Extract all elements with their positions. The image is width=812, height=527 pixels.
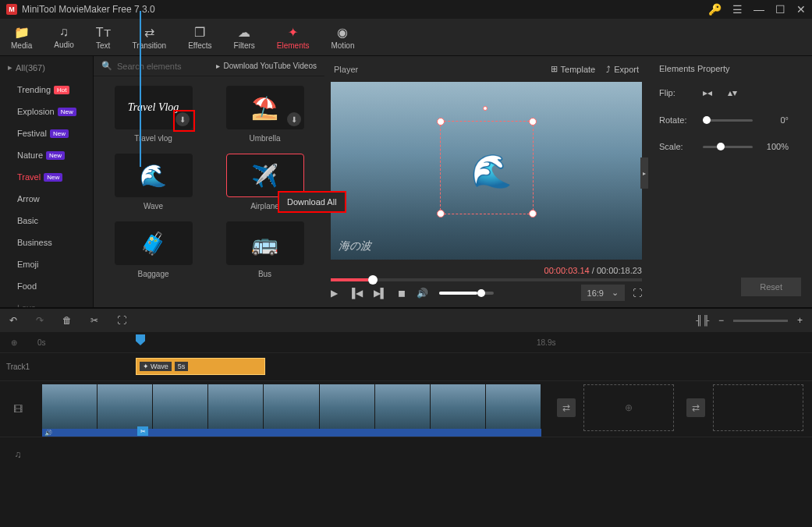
video-clip[interactable] xyxy=(42,384,541,431)
crop-button[interactable]: ⛶ xyxy=(117,315,126,326)
swap-button[interactable]: ⇄ xyxy=(686,398,705,417)
resize-handle[interactable] xyxy=(529,118,537,126)
prev-frame-button[interactable]: ▐◀ xyxy=(349,288,363,299)
sidebar-item-love[interactable]: Love xyxy=(0,297,93,307)
scrubber-progress xyxy=(331,278,368,281)
video-preview[interactable]: 🌊 海の波 xyxy=(331,82,642,260)
aspect-ratio-select[interactable]: 16:9⌄ xyxy=(581,285,625,301)
track-row-video[interactable]: 🎞 🔊 ✂ ⇄ ⊕ ⇄ xyxy=(0,380,812,437)
menu-icon[interactable]: ☰ xyxy=(732,3,743,16)
split-button[interactable]: ✂ xyxy=(90,315,98,326)
player-title: Player xyxy=(334,65,358,74)
sidebar-item-nature[interactable]: NatureNew xyxy=(0,144,93,166)
expand-tab[interactable]: ▸ xyxy=(640,157,648,189)
element-card-travel-vlog[interactable]: Travel Vlog ⬇ Travel vlog xyxy=(103,86,204,143)
search-input[interactable]: 🔍Search elements xyxy=(101,61,182,71)
scale-label: Scale: xyxy=(659,142,693,151)
redo-button[interactable]: ↷ xyxy=(36,315,44,326)
drop-zone[interactable]: ⊕ xyxy=(583,384,674,431)
elements-panel: 🔍Search elements ▸Download YouTube Video… xyxy=(94,56,324,307)
template-button[interactable]: ⊞Template xyxy=(551,64,596,74)
next-frame-button[interactable]: ▶▌ xyxy=(374,288,388,299)
rotate-label: Rotate: xyxy=(659,115,693,125)
playhead-line xyxy=(140,11,141,167)
sidebar-item-arrow[interactable]: Arrow xyxy=(0,188,93,210)
tab-media[interactable]: 📁Media xyxy=(0,19,43,55)
sidebar-all-item[interactable]: ▸All(367) xyxy=(0,56,93,79)
volume-slider[interactable] xyxy=(439,292,494,295)
sidebar-item-explosion[interactable]: ExplosionNew xyxy=(0,101,93,122)
volume-icon[interactable]: 🔊 xyxy=(417,288,428,299)
player-panel: Player ⊞Template ⤴Export 🌊 海の波 00:00:03.… xyxy=(324,56,648,307)
download-all-menu-item[interactable]: Download All xyxy=(278,191,346,213)
filters-icon: ☁ xyxy=(238,25,250,40)
reset-button[interactable]: Reset xyxy=(741,278,801,296)
sidebar-item-trending[interactable]: TrendingHot xyxy=(0,79,93,101)
track-label: Track1 xyxy=(0,363,36,371)
time-display: 00:00:03.14 / 00:00:18.23 xyxy=(331,263,642,278)
track-row-audio[interactable]: ♫ xyxy=(0,437,812,471)
watermark-text: 海の波 xyxy=(339,239,371,253)
stop-button[interactable]: ◼ xyxy=(398,288,406,299)
download-youtube-link[interactable]: ▸Download YouTube Videos xyxy=(216,62,317,70)
scrubber[interactable] xyxy=(331,278,642,281)
fit-button[interactable]: ╢╟ xyxy=(696,315,709,326)
tab-elements[interactable]: ✦Elements xyxy=(266,19,321,55)
resize-handle[interactable] xyxy=(529,210,537,218)
sidebar-item-festival[interactable]: FestivalNew xyxy=(0,122,93,144)
sidebar-item-food[interactable]: Food xyxy=(0,275,93,297)
zoom-out-button[interactable]: − xyxy=(718,315,724,326)
undo-button[interactable]: ↶ xyxy=(9,315,17,326)
drop-zone[interactable] xyxy=(713,384,803,431)
star-icon: ✦ xyxy=(143,363,149,370)
rotate-slider[interactable] xyxy=(703,119,753,122)
effects-icon: ❐ xyxy=(194,25,205,40)
element-card-wave[interactable]: 🌊 Wave xyxy=(103,154,204,210)
element-card-umbrella[interactable]: ⛱️⬇ Umbrella xyxy=(215,86,315,143)
sidebar-item-basic[interactable]: Basic xyxy=(0,210,93,232)
scale-slider[interactable] xyxy=(703,146,753,148)
play-button[interactable]: ▶ xyxy=(331,288,338,299)
zoom-in-button[interactable]: + xyxy=(797,315,803,326)
add-track-icon[interactable]: ⊕ xyxy=(11,338,17,347)
scrubber-handle[interactable] xyxy=(368,275,378,285)
download-icon[interactable]: ⬇ xyxy=(287,112,301,126)
resize-handle[interactable] xyxy=(437,210,445,218)
maximize-button[interactable]: ☐ xyxy=(775,3,785,16)
timeline-ruler[interactable]: ⊕ 0s 18.9s xyxy=(0,332,812,352)
category-sidebar: ▸All(367) TrendingHot ExplosionNew Festi… xyxy=(0,56,94,307)
track-row-elements[interactable]: Track1 ✦Wave 5s xyxy=(0,352,812,380)
sidebar-item-emoji[interactable]: Emoji xyxy=(0,253,93,275)
fullscreen-button[interactable]: ⛶ xyxy=(633,288,642,299)
element-card-baggage[interactable]: 🧳 Baggage xyxy=(103,221,204,278)
transition-icon: ⇄ xyxy=(144,25,154,40)
tab-audio[interactable]: ♫Audio xyxy=(43,19,85,55)
sidebar-item-travel[interactable]: TravelNew xyxy=(0,166,93,188)
video-track-icon: 🎞 xyxy=(0,404,36,415)
tab-filters[interactable]: ☁Filters xyxy=(223,19,266,55)
minimize-button[interactable]: — xyxy=(753,3,764,16)
new-badge: New xyxy=(50,129,69,138)
delete-button[interactable]: 🗑 xyxy=(62,315,72,326)
sidebar-item-business[interactable]: Business xyxy=(0,232,93,253)
playhead[interactable] xyxy=(136,334,145,345)
tab-effects[interactable]: ❐Effects xyxy=(177,19,222,55)
upgrade-key-icon[interactable]: 🔑 xyxy=(708,3,722,16)
folder-icon: 📁 xyxy=(14,25,30,40)
resize-handle[interactable] xyxy=(437,118,445,126)
app-title: MiniTool MovieMaker Free 7.3.0 xyxy=(22,4,155,15)
swap-button[interactable]: ⇄ xyxy=(557,398,576,417)
export-button[interactable]: ⤴Export xyxy=(606,64,639,74)
audio-waveform[interactable]: 🔊 xyxy=(42,429,541,437)
tab-motion[interactable]: ◉Motion xyxy=(320,19,365,55)
rotate-handle[interactable] xyxy=(483,106,488,111)
flip-vertical-button[interactable]: ▴▾ xyxy=(728,87,737,98)
element-card-bus[interactable]: 🚌 Bus xyxy=(215,221,315,278)
selection-box[interactable] xyxy=(440,121,534,214)
zoom-slider[interactable] xyxy=(733,320,788,322)
close-button[interactable]: ✕ xyxy=(796,3,806,16)
tab-transition[interactable]: ⇄Transition xyxy=(122,19,178,55)
flip-horizontal-button[interactable]: ▸◂ xyxy=(703,87,712,98)
tab-text[interactable]: TᴛText xyxy=(85,19,122,55)
element-clip-wave[interactable]: ✦Wave 5s xyxy=(136,358,265,375)
